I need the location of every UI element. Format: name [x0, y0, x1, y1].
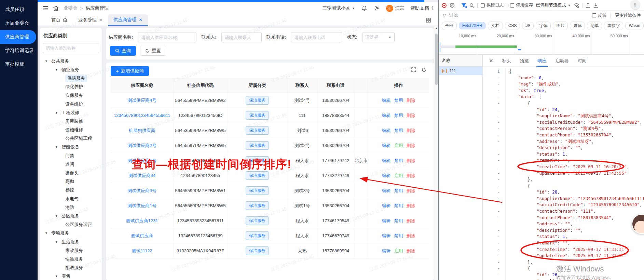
tree-node-公共服务[interactable]: ▼公共服务 [40, 57, 102, 65]
detail-tab-响应[interactable]: 响应 [538, 55, 547, 67]
edit-action[interactable]: 编辑 [382, 97, 391, 104]
tree-expand-arrow-icon[interactable]: ▼ [55, 240, 59, 244]
delete-action[interactable]: 删除 [407, 143, 415, 149]
edit-action[interactable]: 编辑 [382, 233, 391, 239]
refresh-icon[interactable] [422, 67, 426, 72]
network-request-row[interactable]: {⠆} 111 [439, 66, 482, 75]
user-menu[interactable]: 江 江言 [386, 5, 405, 12]
tree-node-道闸[interactable]: 道闸 [40, 160, 102, 169]
filter-funnel-icon[interactable] [461, 3, 466, 8]
export-har-icon[interactable] [593, 3, 598, 8]
delete-action[interactable]: 删除 [407, 203, 415, 209]
detail-tab-时间[interactable]: 时间 [578, 55, 587, 67]
delete-action[interactable]: 删除 [407, 233, 415, 239]
help-docs-link[interactable]: 帮助文档《 [411, 5, 434, 11]
disable-cache-checkbox[interactable]: 停用缓存 [510, 2, 533, 8]
sidebar-item-学习培训记录[interactable]: 学习培训记录 [0, 44, 38, 57]
filter-input-2[interactable] [291, 32, 342, 42]
collapse-menu-icon[interactable] [42, 5, 49, 11]
invert-filter-checkbox[interactable]: 反转 [592, 13, 606, 18]
tab-业务受理[interactable]: 业务受理✕ [73, 14, 108, 26]
tab-options-grid-icon[interactable] [426, 18, 431, 23]
toggle-status-action[interactable]: 启用 [394, 143, 403, 149]
toggle-status-action[interactable]: 禁用 [394, 233, 403, 239]
tree-expand-arrow-icon[interactable]: ▼ [45, 231, 49, 235]
fullscreen-icon[interactable] [411, 67, 416, 72]
delete-action[interactable]: 删除 [407, 173, 415, 179]
bell-icon[interactable] [361, 5, 368, 11]
edit-action[interactable]: 编辑 [382, 143, 391, 149]
sidebar-item-成员任职[interactable]: 成员任职 [0, 3, 38, 16]
tree-node-快递服务[interactable]: 快递服务 [40, 255, 102, 263]
delete-action[interactable]: 删除 [407, 188, 415, 194]
delete-action[interactable]: 删除 [407, 218, 415, 224]
tree-node-梯控[interactable]: 梯控 [40, 186, 102, 195]
toggle-status-action[interactable]: 禁用 [394, 128, 403, 134]
filter-chip-媒体[interactable]: 媒体 [570, 22, 585, 30]
network-conditions-icon[interactable] [574, 3, 579, 8]
tree-node-生活服务[interactable]: ▼生活服务 [40, 238, 102, 246]
throttling-select[interactable]: 已停用节流模式 ▼ [536, 2, 571, 8]
filter-chip-字体[interactable]: 字体 [536, 22, 551, 30]
home-icon[interactable] [53, 5, 59, 11]
edit-action[interactable]: 编辑 [382, 128, 391, 134]
tree-node-摄像头[interactable]: 摄像头 [40, 169, 102, 177]
supplier-name-link[interactable]: 测试供应商2号 [111, 138, 174, 153]
edit-action[interactable]: 编辑 [382, 173, 391, 179]
tree-node-房屋装修[interactable]: 房屋装修 [40, 117, 102, 125]
toggle-status-action[interactable]: 禁用 [394, 218, 403, 224]
tree-node-绿化养护[interactable]: 绿化养护 [40, 83, 102, 91]
toggle-status-action[interactable]: 禁用 [394, 97, 403, 104]
supplier-name-link[interactable]: 机器狗供应商 [111, 123, 174, 138]
delete-action[interactable]: 删除 [407, 112, 415, 119]
tree-node-水电气[interactable]: 水电气 [40, 195, 102, 203]
tree-expand-arrow-icon[interactable]: ▼ [45, 59, 49, 63]
tree-node-工程装修[interactable]: ▼工程装修 [40, 108, 102, 117]
reset-button[interactable]: 重置 [140, 46, 166, 56]
edit-action[interactable]: 编辑 [382, 248, 391, 254]
clear-network-log-icon[interactable] [450, 3, 455, 8]
tree-node-门禁[interactable]: 门禁 [40, 151, 102, 160]
floating-grip-handle[interactable]: ⣿ [631, 0, 640, 9]
scrollbar-thumb[interactable] [435, 34, 438, 85]
request-name-column-header[interactable]: 名称 [439, 55, 482, 66]
filter-input-1[interactable] [221, 32, 262, 42]
gear-icon[interactable] [374, 5, 380, 11]
tree-expand-arrow-icon[interactable]: ▼ [55, 214, 59, 218]
tree-node-消防[interactable]: 消防 [40, 203, 102, 212]
toggle-status-action[interactable]: 禁用 [394, 112, 403, 119]
close-detail-icon[interactable]: ✕ [489, 58, 493, 64]
filter-chip-Wasm[interactable]: Wasm [625, 22, 644, 29]
tree-node-零售[interactable]: ▼零售 [40, 272, 102, 280]
breadcrumb-root[interactable]: 业委会 [64, 5, 78, 11]
tree-node-家政服务[interactable]: 家政服务 [40, 246, 102, 255]
delete-action[interactable]: 删除 [407, 128, 415, 134]
toggle-status-action[interactable]: 启用 [394, 173, 403, 179]
tree-node-设备维护[interactable]: 设备维护 [40, 100, 102, 108]
toggle-status-action[interactable]: 禁用 [394, 158, 403, 164]
supplier-name-link[interactable]: 测试供应商 [111, 228, 174, 243]
filter-chip-图片[interactable]: 图片 [553, 22, 568, 30]
tree-node-配送服务[interactable]: 配送服务 [40, 264, 102, 272]
tab-close-icon[interactable]: ✕ [139, 17, 142, 22]
filter-chip-JS[interactable]: JS [522, 22, 534, 29]
tree-node-物业服务[interactable]: ▼物业服务 [40, 65, 102, 74]
filter-chip-清单[interactable]: 清单 [587, 22, 602, 30]
app-scrollbar[interactable]: ▲ [434, 26, 438, 280]
status-select[interactable]: 请选择▼ [362, 32, 395, 42]
detail-tab-预览[interactable]: 预览 [520, 55, 529, 67]
edit-action[interactable]: 编辑 [382, 112, 391, 119]
tree-expand-arrow-icon[interactable]: ▼ [55, 111, 59, 115]
detail-tab-启动器[interactable]: 启动器 [556, 55, 569, 67]
scroll-up-arrow[interactable]: ▲ [434, 26, 438, 31]
add-supplier-button[interactable]: + 新增供应商 [111, 66, 149, 76]
edit-action[interactable]: 编辑 [382, 218, 391, 224]
tree-node-公共区域工程[interactable]: 公共区域工程 [40, 134, 102, 143]
more-filters-button[interactable]: 更多过滤条件 [615, 13, 641, 18]
filter-chip-Fetch/XHR[interactable]: Fetch/XHR [459, 22, 486, 29]
filter-input-0[interactable] [138, 32, 196, 42]
tree-node-公区服务[interactable]: ▼公区服务 [40, 212, 102, 220]
detail-tab-标头[interactable]: 标头 [502, 55, 511, 67]
supplier-name-link[interactable]: 测试供应商1号 [111, 198, 174, 213]
supplier-name-link[interactable]: 测试供应商1231 [111, 213, 174, 228]
